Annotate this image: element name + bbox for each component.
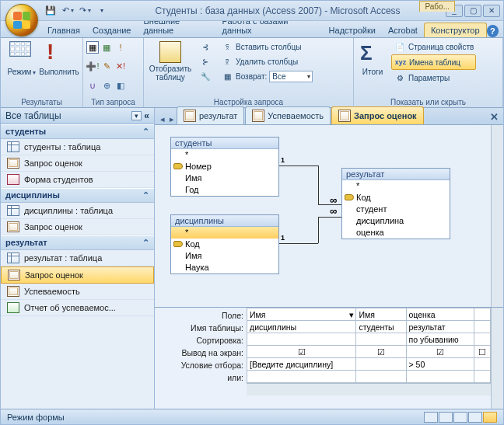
group-results: Результаты	[4, 97, 79, 107]
doc-tab-result[interactable]: результат	[177, 106, 244, 124]
redo-icon[interactable]: ↷	[77, 3, 93, 19]
update-query-icon[interactable]: ✎	[100, 61, 113, 73]
table-box-students[interactable]: студенты * Номер Имя Год	[170, 137, 279, 197]
doc-tab-grades[interactable]: Запрос оценок	[331, 106, 424, 124]
tab-design[interactable]: Конструктор	[424, 23, 487, 37]
return-combo[interactable]: ▦Возврат: Все	[219, 69, 315, 83]
data-definition-icon[interactable]: ◧	[114, 79, 127, 92]
table-icon	[7, 205, 19, 216]
doc-close-button[interactable]: ✕	[485, 110, 503, 124]
query-grid-table[interactable]: Имя▾Имяоценка дисциплиныстудентырезульта…	[247, 308, 491, 383]
table-icon	[7, 141, 19, 152]
query-grid: Поле: Имя таблицы: Сортировка: Вывод на …	[155, 308, 503, 409]
insert-columns-button[interactable]: ⫁Вставить столбцы	[219, 40, 315, 54]
query-designer-canvas[interactable]: студенты * Номер Имя Год дисциплины * Ко…	[155, 125, 503, 308]
grid-label-table: Имя таблицы:	[155, 322, 243, 334]
delete-query-icon[interactable]: ✕!	[114, 61, 127, 73]
totals-button[interactable]: Σ Итоги	[357, 40, 388, 76]
nav-item-query-grades-1[interactable]: Запрос оценок	[1, 155, 154, 172]
group-show-hide: Показать или скрыть	[357, 97, 499, 107]
parameters-button[interactable]: ⚙Параметры	[391, 71, 476, 85]
query-icon	[338, 110, 351, 122]
nav-group-result[interactable]: результат⌃	[1, 235, 154, 250]
ribbon: Режим ! Выполнить Результаты ▦ ▦ ! ➕! ✎ …	[1, 38, 503, 108]
tab-scroll-left[interactable]: ◂	[158, 114, 167, 124]
append-query-icon[interactable]: ➕!	[86, 61, 99, 73]
table-box-result[interactable]: результат * Код студент дисциплина оценк…	[341, 168, 450, 239]
make-table-icon[interactable]: !	[114, 41, 127, 54]
tab-addins[interactable]: Надстройки	[323, 23, 382, 37]
grid-label-show: Вывод на экран:	[155, 347, 243, 359]
passthrough-query-icon[interactable]: ⊕	[100, 79, 113, 92]
scrollbar-vertical[interactable]	[491, 125, 503, 307]
nav-group-disciplines[interactable]: дисциплины⌃	[1, 188, 154, 203]
doc-tab-usp[interactable]: Успеваемость	[245, 106, 331, 124]
query-icon	[184, 110, 196, 122]
help-icon[interactable]: ?	[487, 25, 499, 37]
query-icon	[8, 270, 20, 280]
grid-label-field: Поле:	[155, 309, 243, 322]
nav-group-students[interactable]: студенты⌃	[1, 124, 154, 139]
office-button[interactable]	[5, 4, 38, 37]
close-button[interactable]: ✕	[483, 5, 500, 17]
status-bar: Режим формы	[1, 409, 503, 424]
nav-item-query-grades-2[interactable]: Запрос оценок	[1, 219, 154, 235]
query-icon	[252, 110, 264, 122]
nav-item-result-table[interactable]: результат : таблица	[1, 250, 154, 266]
delete-columns-button[interactable]: ⫂Удалить столбцы	[219, 54, 315, 68]
tab-create[interactable]: Создание	[86, 23, 138, 37]
view-pivotchart-icon[interactable]	[453, 412, 467, 423]
document-tabs: ◂ ▸ результат Успеваемость Запрос оценок…	[155, 108, 503, 125]
grid-label-criteria: Условие отбора:	[155, 359, 243, 371]
show-table-button[interactable]: Отобразить таблицу	[147, 40, 194, 82]
union-query-icon[interactable]: ∪	[86, 79, 99, 92]
view-datasheet-icon[interactable]	[424, 412, 438, 423]
select-query-icon[interactable]: ▦	[86, 41, 99, 54]
delete-rows-button[interactable]: ⊱	[197, 54, 214, 68]
property-sheet-button[interactable]: 📄Страница свойств	[391, 40, 476, 54]
navigation-pane: Все таблицы▾« студенты⌃ студенты : табли…	[1, 108, 155, 409]
table-box-disciplines[interactable]: дисциплины * Код Имя Наука	[170, 214, 279, 274]
window-title: Студенты : база данных (Access 2007) - M…	[110, 5, 446, 16]
query-icon	[7, 286, 19, 297]
insert-rows-button[interactable]: ⊰	[197, 40, 214, 54]
undo-icon[interactable]: ↶	[60, 3, 75, 19]
nav-item-students-table[interactable]: студенты : таблица	[1, 139, 154, 155]
nav-item-disc-table[interactable]: дисциплины : таблица	[1, 203, 154, 219]
nav-item-usp[interactable]: Успеваемость	[1, 284, 154, 300]
query-icon	[7, 221, 19, 232]
save-icon[interactable]: 💾	[43, 3, 58, 19]
qat-customize-icon[interactable]: ▾	[94, 3, 110, 19]
run-button[interactable]: ! Выполнить	[41, 40, 77, 76]
grid-label-or: или:	[155, 371, 243, 384]
title-bar: 💾 ↶ ↷ ▾ Студенты : база данных (Access 2…	[1, 1, 503, 21]
tab-acrobat[interactable]: Acrobat	[382, 23, 424, 37]
group-query-type: Тип запроса	[86, 97, 140, 107]
quick-access-toolbar: 💾 ↶ ↷ ▾	[43, 3, 110, 19]
table-names-button[interactable]: xyzИмена таблиц	[391, 54, 476, 70]
group-query-setup: Настройка запроса	[147, 97, 350, 107]
form-icon	[7, 174, 19, 185]
view-button[interactable]: Режим	[4, 40, 40, 77]
nav-item-form-students[interactable]: Форма студентов	[1, 172, 154, 188]
report-icon	[7, 302, 19, 313]
grid-label-sort: Сортировка:	[155, 334, 243, 347]
restore-button[interactable]: ▢	[464, 5, 481, 17]
view-design-icon[interactable]	[483, 412, 497, 423]
crosstab-query-icon[interactable]: ▦	[100, 41, 113, 54]
tab-home[interactable]: Главная	[41, 23, 86, 37]
grid-scrollbar-vertical[interactable]	[491, 308, 503, 409]
scrollbar-horizontal[interactable]	[247, 383, 491, 395]
status-text: Режим формы	[7, 413, 65, 422]
nav-item-query-grades-3[interactable]: Запрос оценок	[1, 266, 154, 284]
view-pivottable-icon[interactable]	[439, 412, 453, 423]
ribbon-tabs: Главная Создание Внешние данные Работа с…	[1, 21, 503, 38]
query-icon	[7, 158, 19, 169]
contextual-tab-label: Рабо...	[419, 1, 455, 12]
nav-item-report[interactable]: Отчет об успеваемос...	[1, 300, 154, 316]
tab-scroll-right[interactable]: ▸	[167, 114, 177, 124]
builder-button[interactable]: 🔧	[197, 69, 214, 83]
table-icon	[7, 253, 19, 263]
nav-header[interactable]: Все таблицы▾«	[1, 108, 154, 124]
view-sql-icon[interactable]	[468, 412, 482, 423]
